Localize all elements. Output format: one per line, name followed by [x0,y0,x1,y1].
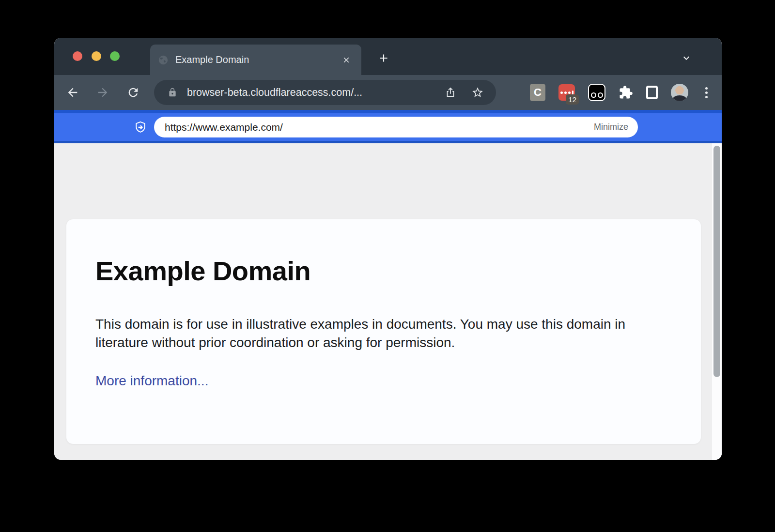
titlebar[interactable]: Example Domain [54,38,722,75]
extension-c-icon[interactable]: C [530,84,545,101]
dot [564,91,567,94]
page-body-text: This domain is for use in illustrative e… [95,315,652,352]
page-title: Example Domain [95,255,310,287]
bookmark-star-icon[interactable] [470,85,485,100]
minimize-window-button[interactable] [92,51,101,61]
tab-title: Example Domain [175,54,339,65]
browser-window: Example Domain [54,38,722,460]
back-button[interactable] [63,83,82,102]
dot [568,91,571,94]
desktop-background: Example Domain [0,0,775,532]
forward-button[interactable] [93,83,112,102]
isolation-shield-icon [134,121,147,134]
example-domain-card: Example Domain This domain is for use in… [66,219,701,444]
circle [591,92,596,98]
toolbar: browser-beta.cloudflareaccess.com/... C [54,75,722,110]
globe-favicon-icon [158,55,169,65]
tab-example-domain[interactable]: Example Domain [150,45,361,75]
remote-url-input[interactable] [164,121,594,134]
remote-url-bar[interactable]: Minimize [154,117,638,137]
zoom-window-button[interactable] [110,51,120,61]
page-viewport: Example Domain This domain is for use in… [54,143,722,460]
address-bar-url: browser-beta.cloudflareaccess.com/... [187,87,362,99]
minimize-button[interactable]: Minimize [594,122,628,132]
toolbar-extensions-area: C 12 [530,75,711,110]
reload-button[interactable] [124,83,143,102]
extension-password-manager-icon[interactable]: 12 [558,84,575,101]
scrollbar-track[interactable] [712,143,722,460]
browser-menu-icon[interactable] [701,87,711,98]
remote-browser-bar: Minimize [54,110,722,143]
tab-close-icon[interactable] [339,53,354,67]
extensions-puzzle-icon[interactable] [619,85,633,100]
share-icon[interactable] [443,85,458,100]
chevron-down-icon[interactable] [678,49,695,67]
new-tab-button[interactable] [375,49,392,67]
profile-avatar[interactable] [671,84,688,101]
more-information-link[interactable]: More information... [95,373,208,389]
extension-two-circles-icon[interactable] [588,84,605,101]
extension-badge-count: 12 [566,94,579,105]
scrollbar-thumb[interactable] [713,146,720,377]
lock-icon[interactable] [165,85,180,100]
circle [598,92,603,98]
close-window-button[interactable] [73,51,82,61]
address-bar[interactable]: browser-beta.cloudflareaccess.com/... [154,80,496,105]
bar [572,91,574,94]
side-panel-icon[interactable] [646,86,658,99]
dot [560,91,563,94]
